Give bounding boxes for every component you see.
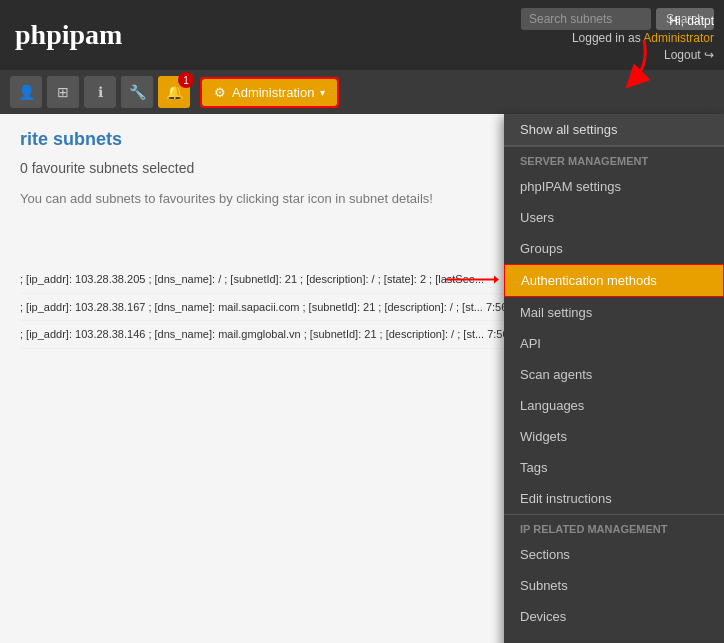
admin-label: Administration <box>232 85 314 100</box>
bell-badge: 1 <box>178 72 194 88</box>
menu-item-phpipam-settings[interactable]: phpIPAM settings <box>504 171 724 202</box>
user-info: Hi, datpt <box>669 14 714 28</box>
wrench-nav-icon[interactable]: 🔧 <box>121 76 153 108</box>
menu-item-groups[interactable]: Groups <box>504 233 724 264</box>
user-icon: 👤 <box>18 84 35 100</box>
log-entry: ; [ip_addr]: 103.28.38.167 ; [dns_name]:… <box>20 294 520 322</box>
menu-item-scan-agents[interactable]: Scan agents <box>504 359 724 390</box>
menu-item-devices[interactable]: Devices <box>504 601 724 632</box>
bell-icon: 🔔 <box>166 84 183 100</box>
administration-button[interactable]: ⚙ Administration ▾ <box>202 79 337 106</box>
user-nav-icon[interactable]: 👤 <box>10 76 42 108</box>
menu-item-subnets[interactable]: Subnets <box>504 570 724 601</box>
bell-nav-icon[interactable]: 🔔 1 <box>158 76 190 108</box>
nav-icons: 👤 ⊞ ℹ 🔧 🔔 1 <box>10 76 190 108</box>
menu-item-authentication-methods[interactable]: Authentication methods <box>504 264 724 297</box>
info-icon: ℹ <box>98 84 103 100</box>
svg-marker-1 <box>494 275 499 283</box>
menu-item-mail-settings[interactable]: Mail settings <box>504 297 724 328</box>
menu-item-users[interactable]: Users <box>504 202 724 233</box>
show-all-settings[interactable]: Show all settings <box>504 114 724 146</box>
server-management-header: Server management <box>504 146 724 171</box>
red-arrow-indicator <box>594 35 654 93</box>
navbar: 👤 ⊞ ℹ 🔧 🔔 1 ⚙ Administration ▾ <box>0 70 724 114</box>
logout-icon: ↪ <box>704 48 714 62</box>
wrench-icon: 🔧 <box>129 84 146 100</box>
gear-icon: ⚙ <box>214 85 226 100</box>
greeting: Hi, datpt <box>669 14 714 28</box>
red-arrow-auth <box>444 271 499 290</box>
admin-dropdown: Show all settings Server management phpI… <box>504 114 724 643</box>
auth-methods-wrapper: Authentication methods <box>504 264 724 297</box>
menu-item-widgets[interactable]: Widgets <box>504 421 724 452</box>
log-entry: ; [ip_addr]: 103.28.38.146 ; [dns_name]:… <box>20 321 520 349</box>
menu-item-api[interactable]: API <box>504 328 724 359</box>
menu-item-tags[interactable]: Tags <box>504 452 724 483</box>
grid-icon: ⊞ <box>57 84 69 100</box>
menu-item-languages[interactable]: Languages <box>504 390 724 421</box>
info-nav-icon[interactable]: ℹ <box>84 76 116 108</box>
logout-link[interactable]: Logout ↪ <box>664 48 714 62</box>
admin-button-wrapper: ⚙ Administration ▾ <box>200 77 339 108</box>
caret-down-icon: ▾ <box>320 87 325 98</box>
menu-item-vlan[interactable]: VLAN <box>504 632 724 643</box>
grid-nav-icon[interactable]: ⊞ <box>47 76 79 108</box>
menu-item-edit-instructions[interactable]: Edit instructions <box>504 483 724 514</box>
ip-management-header: IP related management <box>504 514 724 539</box>
menu-item-sections[interactable]: Sections <box>504 539 724 570</box>
